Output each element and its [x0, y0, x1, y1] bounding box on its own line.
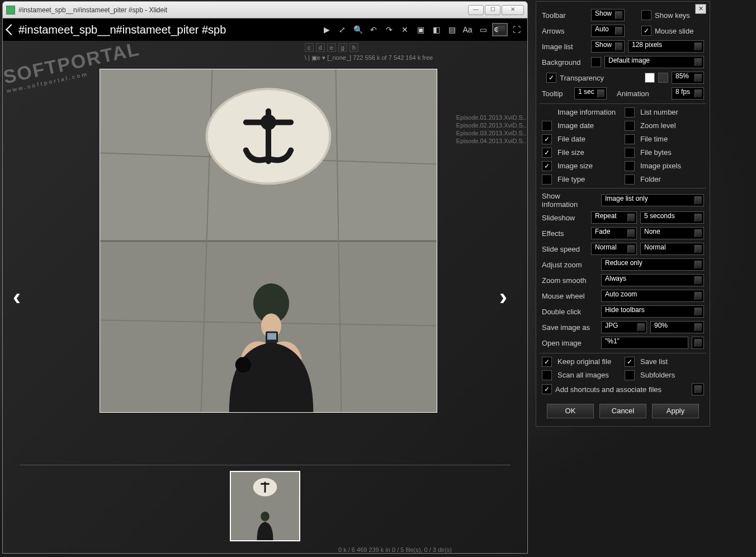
imagesize-checkbox[interactable]: ✓	[542, 161, 552, 171]
filebytes-checkbox[interactable]	[625, 148, 635, 158]
crop-icon[interactable]: ▣	[414, 23, 427, 36]
background-select[interactable]: Default image	[604, 56, 704, 68]
transp-dark-swatch[interactable]	[658, 73, 668, 83]
slidespeed-label: Slide speed	[542, 245, 588, 253]
mousewheel-select[interactable]: Auto zoom	[601, 290, 704, 302]
transparency-label: Transparency	[560, 74, 641, 82]
transp-white-swatch[interactable]	[645, 73, 655, 83]
fullscreen-icon[interactable]: ⛶	[511, 23, 523, 36]
effects2-select[interactable]: None	[640, 227, 704, 239]
animation-select[interactable]: 8 fps	[672, 87, 704, 100]
rotate-left-icon[interactable]: ↶	[367, 23, 380, 36]
thumbnail-bar	[20, 465, 511, 543]
close-button[interactable]: ✕	[502, 5, 524, 15]
saveas-quality-select[interactable]: 90%	[650, 321, 704, 333]
text-icon[interactable]: Aa	[461, 23, 474, 36]
ok-button[interactable]: OK	[547, 404, 594, 418]
zoomsmooth-select[interactable]: Always	[601, 274, 704, 286]
svg-point-16	[261, 512, 269, 521]
disk-info: \ | ▣e ▾ [_none_] 722 556 k of 7 542 164…	[305, 54, 433, 62]
delete-icon[interactable]: ✕	[399, 23, 411, 36]
adjustzoom-select[interactable]: Reduce only	[601, 258, 704, 271]
transparency-value[interactable]: 85%	[672, 72, 704, 84]
prev-arrow[interactable]: ‹	[13, 284, 31, 310]
arrows-select[interactable]: Auto	[591, 25, 625, 37]
main-window: #instameet_spb__n#instameet_piter #spb -…	[2, 1, 528, 554]
minimize-button[interactable]: —	[468, 5, 484, 15]
svg-rect-12	[267, 333, 276, 339]
listnumber-checkbox[interactable]	[625, 107, 635, 117]
maximize-button[interactable]: ☐	[485, 5, 500, 15]
toolbar-select[interactable]: Show	[591, 9, 625, 21]
showkeys-checkbox[interactable]	[641, 10, 651, 20]
cancel-button[interactable]: Cancel	[599, 404, 646, 418]
effects-label: Effects	[542, 229, 588, 238]
showkeys-label: Show keys	[655, 11, 690, 20]
zoomsmooth-label: Zoom smooth	[542, 276, 598, 285]
apply-button[interactable]: Apply	[652, 404, 699, 418]
titlebar[interactable]: #instameet_spb__n#instameet_piter #spb -…	[3, 2, 527, 18]
next-arrow[interactable]: ›	[499, 284, 517, 310]
toolbar-label: Toolbar	[542, 11, 588, 20]
main-image[interactable]	[100, 69, 437, 413]
slidespeed1-select[interactable]: Normal	[591, 243, 637, 255]
mouseslide-label: Mouse slide	[655, 27, 693, 35]
doubleclick-label: Double click	[542, 308, 598, 316]
shortcuts-label: Add shortcuts and associate files	[555, 385, 688, 394]
slideshow-label: Slideshow	[542, 214, 588, 222]
main-toolbar: #instameet_spb__n#instameet_piter #spb ▶…	[3, 18, 527, 41]
play-icon[interactable]: ▶	[320, 23, 333, 36]
assoc-button[interactable]	[692, 383, 704, 395]
subfolders-checkbox[interactable]	[625, 370, 635, 380]
showinfo-select[interactable]: Image list only	[601, 194, 704, 206]
export-icon[interactable]: ▭	[477, 23, 489, 36]
viewer-area: SOFTPORTALwww.softportal.com cdegh \ | ▣…	[3, 41, 527, 553]
openimage-input[interactable]: "%1"	[601, 337, 688, 349]
slideshow-time-select[interactable]: 5 seconds	[640, 211, 704, 224]
browse-button[interactable]: …	[692, 337, 704, 349]
thumbnail[interactable]	[230, 471, 300, 541]
filetime-checkbox[interactable]	[625, 134, 635, 144]
zoomlevel-checkbox[interactable]	[625, 121, 635, 131]
copy-icon[interactable]: ▤	[446, 23, 458, 36]
openimage-label: Open image	[542, 339, 598, 347]
saveas-format-select[interactable]: JPG	[601, 321, 647, 333]
imagelist-size-select[interactable]: 128 pixels	[628, 40, 704, 53]
back-icon[interactable]	[6, 24, 17, 35]
doubleclick-select[interactable]: Hide toolbars	[601, 305, 704, 318]
slidespeed2-select[interactable]: Normal	[640, 243, 704, 255]
mouseslide-checkbox[interactable]: ✓	[641, 26, 651, 36]
tooltip-select[interactable]: 1 sec	[574, 87, 607, 100]
transparency-checkbox[interactable]: ✓	[546, 73, 556, 83]
filesize-checkbox[interactable]: ✓	[542, 148, 552, 158]
drive-bar[interactable]: cdegh	[305, 43, 358, 52]
saveas-label: Save image as	[542, 323, 598, 332]
file-list: Episode.01.2013.XviD.S..Episode.02.2013.…	[456, 114, 526, 145]
fit-icon[interactable]: ⤢	[336, 23, 348, 36]
settings-icon[interactable]: ⚙	[493, 23, 507, 36]
imagedate-checkbox[interactable]	[542, 121, 552, 131]
slideshow-mode-select[interactable]: Repeat	[591, 211, 637, 224]
arrows-label: Arrows	[542, 27, 588, 35]
svg-point-13	[235, 357, 251, 372]
imagepixels-checkbox[interactable]	[625, 161, 635, 171]
settings-panel: ✕ Toolbar Show Show keys Arrows Auto ✓ M…	[536, 1, 710, 427]
scanall-checkbox[interactable]	[542, 370, 552, 380]
filedate-checkbox[interactable]: ✓	[542, 134, 552, 144]
panel-close-button[interactable]: ✕	[695, 4, 706, 14]
rotate-right-icon[interactable]: ↷	[383, 23, 395, 36]
adjust-icon[interactable]: ◧	[430, 23, 442, 36]
imagelist-label: Image list	[542, 43, 588, 51]
adjustzoom-label: Adjust zoom	[542, 261, 598, 269]
window-title: #instameet_spb__n#instameet_piter #spb -…	[18, 6, 468, 14]
keeporig-checkbox[interactable]: ✓	[542, 357, 552, 367]
background-color-swatch[interactable]	[591, 57, 601, 67]
shortcuts-checkbox[interactable]: ✓	[542, 384, 552, 394]
zoom-icon[interactable]: 🔍	[352, 23, 364, 36]
savelist-checkbox[interactable]: ✓	[625, 357, 635, 367]
folder-checkbox[interactable]	[625, 174, 635, 185]
imagelist-select[interactable]: Show	[591, 40, 625, 53]
imageinfo-label: Image information	[557, 107, 621, 117]
filetype-checkbox[interactable]	[542, 174, 552, 185]
effects-select[interactable]: Fade	[591, 227, 637, 239]
